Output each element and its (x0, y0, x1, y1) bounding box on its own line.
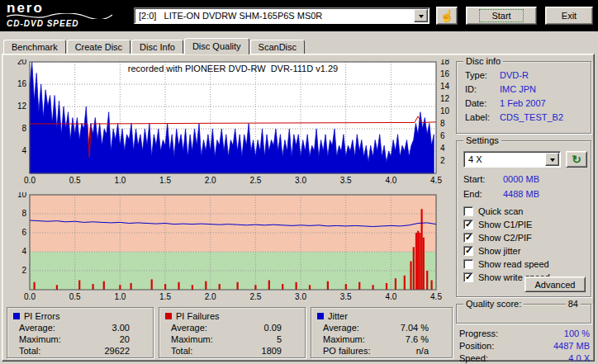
speed-value: 4.0 X (568, 353, 590, 363)
pif-jitter-chart: 2468100.00.51.01.52.02.53.03.54.04.5 (7, 192, 459, 306)
svg-text:4.0: 4.0 (385, 176, 396, 185)
svg-text:6: 6 (440, 131, 445, 140)
svg-text:1.0: 1.0 (114, 176, 126, 185)
svg-text:12: 12 (440, 94, 450, 103)
svg-text:20: 20 (17, 59, 27, 66)
quality-score-value: 84 (566, 299, 581, 309)
stats-title: Jitter (328, 311, 348, 321)
hand-pointer-button[interactable]: ☝ (436, 7, 458, 25)
scan-speed-value: 4 X (464, 154, 545, 164)
svg-text:2.0: 2.0 (205, 176, 216, 185)
settings-group: Settings 4 X ↻ Start: 0000 MB End: 4488 … (456, 140, 591, 297)
svg-text:4: 4 (21, 146, 26, 155)
pi-failures-stats-box: PI Failures Average:0.09 Maximum:5 Total… (159, 307, 306, 358)
hand-icon: ☝ (439, 10, 453, 21)
checkbox-box (463, 259, 473, 269)
jitter-legend-swatch (317, 313, 324, 319)
svg-text:14: 14 (440, 82, 450, 91)
svg-text:4.5: 4.5 (430, 292, 442, 301)
start-button[interactable]: Start (466, 7, 537, 25)
checkbox-box (463, 233, 473, 243)
settings-title: Settings (463, 135, 501, 145)
checkbox-box (463, 206, 473, 216)
svg-text:16: 16 (440, 69, 450, 78)
stats-title: PI Errors (24, 311, 59, 321)
refresh-icon: ↻ (572, 154, 581, 165)
disc-info-row: Label:CDS_TEST_B2 (465, 112, 586, 122)
svg-text:16: 16 (17, 79, 27, 88)
quality-score-label: Quality score: (463, 299, 524, 309)
stat-row: Average:7.04 % (311, 322, 452, 333)
position-value: 4487 MB (553, 341, 590, 351)
disc-info-row: Type:DVD-R (465, 70, 586, 80)
svg-text:3.5: 3.5 (340, 292, 352, 301)
svg-text:0.5: 0.5 (69, 176, 81, 185)
svg-text:10: 10 (440, 106, 450, 116)
stats-title: PI Failures (176, 311, 220, 321)
disc-info-row: Date:1 Feb 2007 (465, 98, 586, 108)
svg-text:2: 2 (21, 266, 26, 275)
pi-failures-legend-swatch (165, 313, 172, 319)
speed-row: Speed: 4.0 X (459, 353, 590, 363)
chart-title: recorded with PIONEER DVD-RW DVR-111D v1… (30, 64, 436, 73)
checkbox-show-jitter[interactable]: Show jitter (463, 245, 520, 257)
jitter-stats-box: Jitter Average:7.04 % Maximum:7.6 % PO f… (311, 307, 453, 358)
exit-button-label: Exit (562, 11, 577, 21)
tab-disc-info[interactable]: Disc Info (131, 40, 183, 54)
svg-text:1.5: 1.5 (159, 176, 171, 185)
drive-selector[interactable]: [2:0] LITE-ON DVDRW SHM-165P6S MS0R (134, 7, 430, 24)
svg-text:0.0: 0.0 (24, 176, 36, 185)
stat-row: Total:29622 (7, 345, 153, 357)
stat-row: Maximum:7.6 % (311, 333, 452, 345)
svg-text:18: 18 (440, 59, 450, 66)
svg-text:12: 12 (17, 102, 27, 111)
end-position-row: End: 4488 MB (463, 189, 586, 199)
drive-selector-value: [2:0] LITE-ON DVDRW SHM-165P6S MS0R (135, 11, 414, 21)
svg-text:1.0: 1.0 (114, 292, 126, 301)
quality-score-group: Quality score: 84 (456, 304, 591, 324)
checkbox-quick-scan[interactable]: Quick scan (463, 206, 523, 217)
scan-speed-select[interactable]: 4 X (463, 151, 561, 168)
svg-text:1.5: 1.5 (159, 292, 171, 301)
checkbox-box (463, 272, 473, 282)
disc-info-row: ID:IMC JPN (465, 84, 586, 94)
progress-row: Progress: 100 % (459, 329, 590, 338)
drive-selector-dropdown-button[interactable] (414, 9, 428, 22)
stat-row: Maximum:5 (159, 333, 305, 345)
start-position-row: Start: 0000 MB (463, 174, 586, 184)
svg-text:4.5: 4.5 (430, 176, 442, 185)
svg-text:0.0: 0.0 (24, 292, 36, 301)
svg-text:2: 2 (440, 156, 445, 165)
tab-create-disc[interactable]: Create Disc (67, 40, 131, 54)
svg-text:4: 4 (440, 144, 445, 153)
svg-text:2.5: 2.5 (249, 176, 261, 185)
chevron-down-icon (550, 158, 555, 164)
checkbox-show-c2-pif[interactable]: Show C2/PIF (463, 232, 532, 243)
start-position-value: 0000 MB (503, 174, 539, 184)
svg-text:6: 6 (21, 228, 26, 237)
tab-disc-quality[interactable]: Disc Quality (184, 38, 249, 54)
svg-text:4: 4 (21, 247, 26, 256)
pi-errors-stats-box: PI Errors Average:3.00 Maximum:20 Total:… (7, 307, 154, 358)
disc-info-group: Disc info Type:DVD-R ID:IMC JPN Date:1 F… (456, 61, 591, 134)
checkbox-show-read-speed[interactable]: Show read speed (463, 258, 549, 270)
position-row: Position: 4487 MB (459, 341, 590, 351)
tab-benchmark[interactable]: Benchmark (3, 40, 66, 54)
scan-speed-dropdown-button[interactable] (545, 153, 559, 166)
progress-value: 100 % (564, 329, 590, 338)
exit-button[interactable]: Exit (545, 7, 593, 25)
advanced-button[interactable]: Advanced (524, 277, 586, 292)
checkbox-box (463, 220, 473, 229)
svg-text:2.0: 2.0 (205, 292, 216, 301)
stat-row: PO failures:n/a (311, 345, 452, 357)
svg-text:2.5: 2.5 (249, 292, 261, 301)
checkbox-show-c1-pie[interactable]: Show C1/PIE (463, 219, 532, 230)
refresh-speed-button[interactable]: ↻ (566, 151, 587, 168)
chevron-down-icon (419, 15, 424, 21)
stat-row: Average:0.09 (159, 322, 305, 333)
svg-text:8: 8 (21, 209, 26, 218)
stat-row: Total:1809 (159, 345, 305, 357)
stat-row: Maximum:20 (7, 333, 153, 345)
nero-logo: nero CD-DVD SPEED (7, 1, 112, 28)
tab-scandisc[interactable]: ScanDisc (250, 40, 305, 54)
